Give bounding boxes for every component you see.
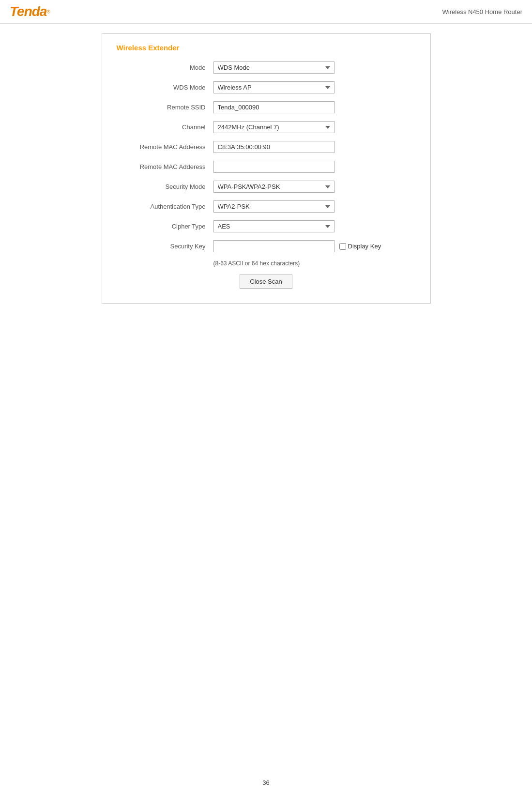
page-title: Wireless N450 Home Router bbox=[442, 8, 522, 15]
security-mode-row: Security Mode WPA-PSK/WPA2-PSK WPA-PSK W… bbox=[117, 181, 416, 193]
mode-label: Mode bbox=[117, 64, 213, 71]
remote-mac-row-1: Remote MAC Adderess bbox=[117, 141, 416, 153]
wds-mode-row: WDS Mode Wireless AP Wireless Bridge bbox=[117, 81, 416, 93]
security-mode-label: Security Mode bbox=[117, 183, 213, 190]
auth-type-row: Authentication Type WPA2-PSK WPA-PSK bbox=[117, 200, 416, 213]
remote-ssid-input[interactable] bbox=[213, 101, 334, 113]
remote-mac-input-1[interactable] bbox=[213, 141, 334, 153]
mode-select[interactable]: WDS Mode bbox=[213, 61, 334, 74]
remote-mac-label-1: Remote MAC Adderess bbox=[117, 143, 213, 151]
security-key-control: Display Key bbox=[213, 240, 381, 252]
cipher-type-select[interactable]: AES TKIP AES/TKIP bbox=[213, 220, 334, 232]
display-key-label[interactable]: Display Key bbox=[339, 243, 381, 250]
channel-control: 2442MHz (Channel 7) 2412MHz (Channel 1) … bbox=[213, 121, 334, 133]
auth-type-select[interactable]: WPA2-PSK WPA-PSK bbox=[213, 200, 334, 213]
remote-mac-control-1 bbox=[213, 141, 334, 153]
mode-control: WDS Mode bbox=[213, 61, 334, 74]
security-mode-select[interactable]: WPA-PSK/WPA2-PSK WPA-PSK WPA2-PSK None bbox=[213, 181, 334, 193]
close-scan-button[interactable]: Close Scan bbox=[240, 275, 292, 289]
security-key-label: Security Key bbox=[117, 243, 213, 250]
channel-select[interactable]: 2442MHz (Channel 7) 2412MHz (Channel 1) … bbox=[213, 121, 334, 133]
security-key-input[interactable] bbox=[213, 240, 334, 252]
security-mode-control: WPA-PSK/WPA2-PSK WPA-PSK WPA2-PSK None bbox=[213, 181, 334, 193]
logo: Tenda® bbox=[10, 4, 50, 19]
wireless-extender-panel: Wireless Extender Mode WDS Mode WDS Mode… bbox=[102, 33, 431, 304]
header: Tenda® Wireless N450 Home Router bbox=[0, 0, 532, 24]
channel-row: Channel 2442MHz (Channel 7) 2412MHz (Cha… bbox=[117, 121, 416, 133]
main-content: Wireless Extender Mode WDS Mode WDS Mode… bbox=[0, 24, 532, 313]
panel-title: Wireless Extender bbox=[117, 44, 416, 52]
security-key-hint: (8-63 ASCII or 64 hex characters) bbox=[213, 260, 416, 267]
remote-ssid-label: Remote SSID bbox=[117, 104, 213, 111]
cipher-type-row: Cipher Type AES TKIP AES/TKIP bbox=[117, 220, 416, 232]
wds-mode-control: Wireless AP Wireless Bridge bbox=[213, 81, 334, 93]
remote-ssid-row: Remote SSID bbox=[117, 101, 416, 113]
mode-row: Mode WDS Mode bbox=[117, 61, 416, 74]
cipher-type-control: AES TKIP AES/TKIP bbox=[213, 220, 334, 232]
security-key-row: Security Key Display Key bbox=[117, 240, 416, 252]
wds-mode-select[interactable]: Wireless AP Wireless Bridge bbox=[213, 81, 334, 93]
button-row: Close Scan bbox=[117, 275, 416, 289]
remote-mac-control-2 bbox=[213, 161, 334, 173]
auth-type-control: WPA2-PSK WPA-PSK bbox=[213, 200, 334, 213]
remote-mac-label-2: Remote MAC Adderess bbox=[117, 163, 213, 170]
channel-label: Channel bbox=[117, 123, 213, 131]
page-number: 36 bbox=[0, 779, 532, 786]
remote-mac-row-2: Remote MAC Adderess bbox=[117, 161, 416, 173]
wds-mode-label: WDS Mode bbox=[117, 84, 213, 91]
cipher-type-label: Cipher Type bbox=[117, 223, 213, 230]
display-key-text: Display Key bbox=[348, 243, 381, 250]
remote-mac-input-2[interactable] bbox=[213, 161, 334, 173]
display-key-checkbox[interactable] bbox=[339, 243, 346, 250]
remote-ssid-control bbox=[213, 101, 334, 113]
logo-registered: ® bbox=[46, 9, 50, 15]
logo-text: Tenda bbox=[10, 4, 46, 19]
auth-type-label: Authentication Type bbox=[117, 203, 213, 210]
